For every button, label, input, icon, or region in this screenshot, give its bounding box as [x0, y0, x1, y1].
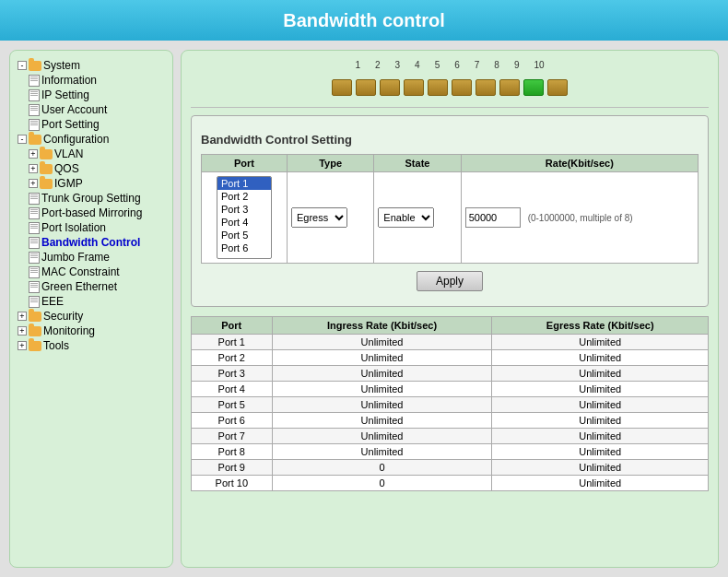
- col-port: Port: [202, 155, 288, 172]
- expand-tools[interactable]: +: [18, 341, 27, 350]
- state-select[interactable]: Enable Disable: [378, 207, 434, 228]
- sidebar-item-security[interactable]: + Security: [14, 309, 169, 324]
- sidebar-item-port-setting[interactable]: Port Setting: [14, 117, 169, 132]
- port-list-cell: Port 1 Port 2 Port 3 Port 4 Port 5 Port …: [202, 172, 288, 264]
- row-5-port: Port 6: [192, 413, 273, 429]
- table-row: Port 5UnlimitedUnlimited: [192, 397, 709, 413]
- folder-icon-igmp: [40, 179, 53, 189]
- row-7-ingress: Unlimited: [272, 444, 492, 460]
- row-6-port: Port 7: [192, 429, 273, 444]
- port-option-2[interactable]: Port 2: [217, 190, 271, 203]
- col-type: Type: [287, 155, 373, 172]
- sidebar-item-port-isolation[interactable]: Port Isolation: [14, 220, 169, 235]
- setting-row: Port 1 Port 2 Port 3 Port 4 Port 5 Port …: [202, 172, 699, 264]
- sidebar-item-eee[interactable]: EEE: [14, 294, 169, 309]
- row-6-ingress: Unlimited: [272, 429, 492, 444]
- row-0-ingress: Unlimited: [272, 335, 492, 350]
- sidebar-label-port-setting: Port Setting: [41, 118, 100, 131]
- state-cell: Enable Disable: [374, 172, 461, 264]
- sidebar-item-trunk-group[interactable]: Trunk Group Setting: [14, 191, 169, 206]
- port-option-3[interactable]: Port 3: [217, 203, 271, 216]
- port-row: [191, 72, 709, 100]
- sidebar-label-qos: QOS: [54, 162, 79, 175]
- sidebar-item-port-mirroring[interactable]: Port-based Mirroring: [14, 206, 169, 220]
- rate-input[interactable]: [465, 207, 521, 228]
- sidebar-item-qos[interactable]: + QOS: [14, 161, 169, 176]
- table-row: Port 8UnlimitedUnlimited: [192, 444, 709, 460]
- sidebar-item-jumbo-frame[interactable]: Jumbo Frame: [14, 250, 169, 265]
- expand-qos[interactable]: +: [29, 164, 38, 173]
- data-table: Port Ingress Rate (Kbit/sec) Egress Rate…: [191, 316, 709, 491]
- row-8-ingress: 0: [272, 460, 492, 476]
- sidebar-item-user-account[interactable]: User Account: [14, 102, 169, 117]
- type-select[interactable]: Egress Ingress: [291, 207, 347, 228]
- port-8-indicator: [499, 79, 520, 96]
- section-title: Bandwidth Control Setting: [201, 133, 699, 147]
- row-7-egress: Unlimited: [492, 444, 709, 460]
- setting-table: Port Type State Rate(Kbit/sec) Port 1 Po…: [201, 154, 699, 264]
- sidebar-label-mac-constraint: MAC Constraint: [41, 265, 120, 278]
- sidebar-item-mac-constraint[interactable]: MAC Constraint: [14, 265, 169, 279]
- sidebar-label-trunk-group: Trunk Group Setting: [41, 192, 141, 205]
- table-row: Port 2UnlimitedUnlimited: [192, 350, 709, 366]
- port-9-indicator: [523, 79, 544, 96]
- port-option-5[interactable]: Port 5: [217, 229, 271, 241]
- col-state: State: [374, 155, 461, 172]
- col-rate: Rate(Kbit/sec): [461, 155, 698, 172]
- sidebar-label-monitoring: Monitoring: [43, 324, 95, 337]
- port-4-indicator: [404, 79, 424, 96]
- sidebar-label-port-isolation: Port Isolation: [41, 221, 106, 234]
- sidebar-item-information[interactable]: Information: [14, 73, 169, 88]
- row-4-egress: Unlimited: [492, 397, 709, 413]
- apply-button[interactable]: Apply: [417, 271, 483, 291]
- folder-icon-vlan: [40, 149, 53, 159]
- expand-configuration[interactable]: -: [18, 135, 27, 144]
- rate-cell: (0-1000000, multiple of 8): [461, 172, 698, 264]
- sidebar-label-eee: EEE: [41, 295, 64, 308]
- row-1-egress: Unlimited: [492, 350, 709, 366]
- row-2-port: Port 3: [192, 366, 273, 382]
- expand-system[interactable]: -: [18, 61, 27, 70]
- row-6-egress: Unlimited: [492, 429, 709, 444]
- port-option-6[interactable]: Port 6: [217, 241, 271, 254]
- row-3-egress: Unlimited: [492, 382, 709, 397]
- expand-security[interactable]: +: [18, 312, 27, 321]
- port-list-select[interactable]: Port 1 Port 2 Port 3 Port 4 Port 5 Port …: [217, 176, 272, 259]
- doc-icon-port-setting: [29, 119, 40, 131]
- data-col-port: Port: [192, 317, 273, 335]
- header-title: Bandwidth control: [283, 10, 445, 31]
- table-row: Port 1UnlimitedUnlimited: [192, 335, 709, 350]
- port-2-indicator: [356, 79, 376, 96]
- rate-hint: (0-1000000, multiple of 8): [528, 213, 633, 223]
- port-numbers: 1 2 3 4 5 6 7 8 9 10: [191, 60, 709, 70]
- sidebar-item-tools[interactable]: + Tools: [14, 338, 169, 353]
- sidebar-item-system[interactable]: - System: [14, 58, 169, 73]
- expand-igmp[interactable]: +: [29, 179, 38, 188]
- sidebar-label-port-mirroring: Port-based Mirroring: [41, 206, 142, 219]
- type-cell: Egress Ingress: [287, 172, 373, 264]
- sidebar-item-vlan[interactable]: + VLAN: [14, 147, 169, 161]
- sidebar-label-security: Security: [43, 310, 83, 323]
- doc-icon-mac-constraint: [29, 266, 40, 278]
- sidebar-label-jumbo-frame: Jumbo Frame: [41, 251, 110, 264]
- sidebar-item-ip-setting[interactable]: IP Setting: [14, 88, 169, 102]
- sidebar-label-green-ethernet: Green Ethernet: [41, 280, 117, 293]
- row-2-ingress: Unlimited: [272, 366, 492, 382]
- row-2-egress: Unlimited: [492, 366, 709, 382]
- row-1-ingress: Unlimited: [272, 350, 492, 366]
- expand-vlan[interactable]: +: [29, 149, 38, 159]
- sidebar: - System Information IP Setting User Acc…: [9, 50, 173, 568]
- sidebar-item-green-ethernet[interactable]: Green Ethernet: [14, 279, 169, 294]
- folder-icon-qos: [40, 164, 53, 174]
- sidebar-item-configuration[interactable]: - Configuration: [14, 132, 169, 147]
- row-9-port: Port 10: [192, 476, 273, 491]
- sidebar-item-igmp[interactable]: + IGMP: [14, 176, 169, 191]
- sidebar-label-vlan: VLAN: [54, 147, 83, 160]
- sidebar-item-bandwidth-control[interactable]: Bandwidth Control: [14, 235, 169, 250]
- port-option-1[interactable]: Port 1: [217, 177, 271, 190]
- sidebar-item-monitoring[interactable]: + Monitoring: [14, 324, 169, 338]
- data-col-egress: Egress Rate (Kbit/sec): [492, 317, 709, 335]
- sidebar-label-igmp: IGMP: [54, 177, 83, 190]
- expand-monitoring[interactable]: +: [18, 326, 27, 336]
- port-option-4[interactable]: Port 4: [217, 216, 271, 229]
